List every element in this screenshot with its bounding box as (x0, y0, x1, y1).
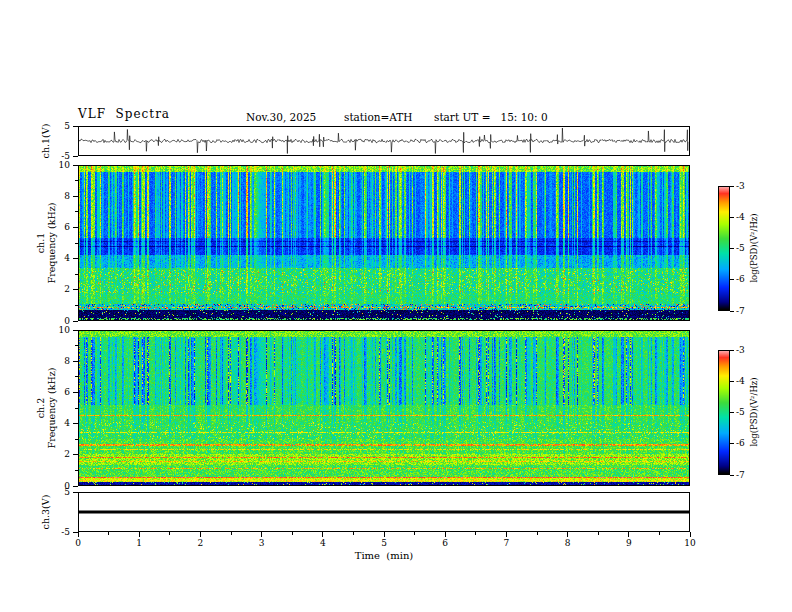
plot-title: VLF Spectra (78, 109, 170, 120)
y-minor-tick-mark (75, 470, 78, 471)
y-minor-tick-mark (75, 180, 78, 181)
y-tick-label: 2 (45, 450, 70, 459)
ch3-waveform-panel (78, 492, 690, 532)
colorbar-tick-label: -5 (736, 244, 745, 253)
x-tick-mark (445, 532, 446, 537)
x-tick-label: 5 (374, 539, 394, 548)
colorbar-tick-label: -7 (736, 471, 745, 480)
ch2-axis-frequency-text: Frequency (kHz) (46, 368, 57, 449)
colorbar-tick-mark (730, 475, 734, 476)
y-tick-mark (73, 423, 78, 424)
y-tick-mark (73, 156, 78, 157)
x-tick-label: 1 (129, 539, 149, 548)
colorbar-tick-mark (730, 217, 734, 218)
colorbar-tick-mark (730, 381, 734, 382)
x-tick-label: 3 (252, 539, 272, 548)
x-axis-title: Time (min) (334, 550, 434, 561)
x-minor-tick-mark (598, 532, 599, 535)
ch1-spectrogram-canvas (79, 166, 689, 320)
ch1-waveform-canvas (79, 127, 689, 155)
y-tick-mark (73, 126, 78, 127)
y-minor-tick-mark (75, 274, 78, 275)
x-tick-mark (261, 532, 262, 537)
y-minor-tick-mark (75, 243, 78, 244)
y-tick-mark (73, 392, 78, 393)
colorbar-tick-mark (730, 248, 734, 249)
station-label: station=ATH (344, 112, 413, 123)
colorbar-ch2-canvas (719, 351, 729, 474)
y-tick-label: -5 (45, 528, 70, 537)
ch1-axis-channel-text: ch.1 (36, 203, 47, 284)
x-tick-label: 8 (558, 539, 578, 548)
colorbar-ch1-label: log(PSD)(V²/Hz) (749, 213, 759, 282)
ch2-axis-channel-text: ch.2 (36, 368, 47, 449)
x-tick-label: 7 (496, 539, 516, 548)
x-tick-mark (322, 532, 323, 537)
y-tick-mark (73, 361, 78, 362)
y-tick-label: 8 (45, 192, 70, 201)
x-minor-tick-mark (169, 532, 170, 535)
y-tick-mark (73, 289, 78, 290)
colorbar-tick-label: -3 (736, 182, 745, 191)
ch1-axis-frequency-text: Frequency (kHz) (46, 203, 57, 284)
y-tick-label: 10 (45, 161, 70, 170)
ch1-waveform-panel (78, 126, 690, 156)
colorbar-tick-mark (730, 350, 734, 351)
x-minor-tick-mark (292, 532, 293, 535)
colorbar-tick-label: -5 (736, 408, 745, 417)
y-tick-label: 5 (45, 488, 70, 497)
ch2-spectrogram-panel (78, 330, 690, 486)
y-tick-label: 2 (45, 285, 70, 294)
x-tick-label: 2 (190, 539, 210, 548)
y-tick-mark (73, 321, 78, 322)
x-tick-mark (139, 532, 140, 537)
x-tick-mark (628, 532, 629, 537)
y-tick-mark (73, 492, 78, 493)
y-minor-tick-mark (75, 408, 78, 409)
x-tick-mark (690, 532, 691, 537)
colorbar-ch1 (718, 186, 730, 311)
x-tick-mark (567, 532, 568, 537)
x-minor-tick-mark (475, 532, 476, 535)
ch3-waveform-canvas (79, 493, 689, 531)
y-tick-label: 4 (45, 254, 70, 263)
colorbar-tick-mark (730, 279, 734, 280)
ch3-voltage-axis-label: ch.3(V) (40, 495, 51, 530)
y-tick-label: 10 (45, 326, 70, 335)
y-tick-label: 6 (45, 388, 70, 397)
x-minor-tick-mark (537, 532, 538, 535)
colorbar-tick-label: -4 (736, 213, 745, 222)
x-minor-tick-mark (659, 532, 660, 535)
y-minor-tick-mark (75, 376, 78, 377)
colorbar-tick-label: -7 (736, 307, 745, 316)
y-minor-tick-mark (75, 211, 78, 212)
y-tick-label: 5 (45, 122, 70, 131)
ch1-spectrogram-panel (78, 165, 690, 321)
x-minor-tick-mark (108, 532, 109, 535)
y-tick-mark (73, 486, 78, 487)
colorbar-tick-label: -4 (736, 377, 745, 386)
x-tick-label: 0 (68, 539, 88, 548)
y-tick-label: 4 (45, 419, 70, 428)
colorbar-ch1-canvas (719, 187, 729, 310)
x-tick-label: 10 (680, 539, 700, 548)
colorbar-ch2-label: log(PSD)(V²/Hz) (749, 377, 759, 446)
y-tick-label: 8 (45, 357, 70, 366)
colorbar-tick-label: -6 (736, 275, 745, 284)
x-minor-tick-mark (231, 532, 232, 535)
colorbar-ch2 (718, 350, 730, 475)
colorbar-tick-mark (730, 311, 734, 312)
colorbar-tick-mark (730, 443, 734, 444)
x-tick-label: 4 (313, 539, 333, 548)
date-label: Nov.30, 2025 (246, 112, 316, 123)
y-tick-mark (73, 196, 78, 197)
x-tick-mark (384, 532, 385, 537)
colorbar-tick-mark (730, 186, 734, 187)
y-minor-tick-mark (75, 305, 78, 306)
x-tick-label: 9 (619, 539, 639, 548)
ch1-frequency-axis-label: ch.1 Frequency (kHz) (36, 203, 57, 284)
x-tick-label: 6 (435, 539, 455, 548)
y-minor-tick-mark (75, 345, 78, 346)
ch2-spectrogram-canvas (79, 331, 689, 485)
x-minor-tick-mark (414, 532, 415, 535)
